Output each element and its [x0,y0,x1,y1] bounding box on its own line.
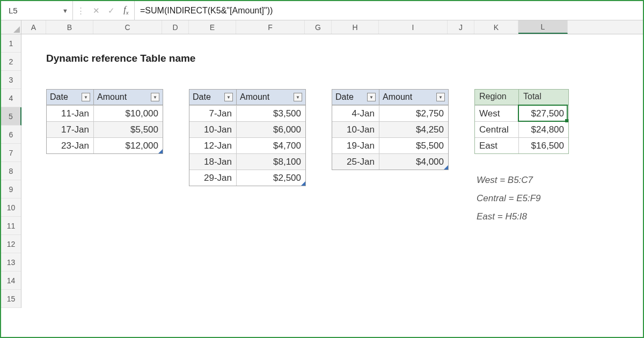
table-header-amount[interactable]: Amount▼ [94,90,163,105]
confirm-icon[interactable]: ✓ [106,6,116,16]
cell-date[interactable]: 23-Jan [47,137,94,153]
row-header-13[interactable]: 13 [1,253,21,271]
row-header-2[interactable]: 2 [1,53,21,71]
table-row: 10-Jan$4,250 [332,121,448,137]
table-row: 12-Jan$4,700 [189,137,305,153]
cell-region[interactable]: West [475,105,519,121]
row-header-15[interactable]: 15 [1,290,21,308]
column-header-E[interactable]: E [189,20,236,34]
formula-bar-buttons: ✕ ✓ fx [88,1,135,20]
row-header-11[interactable]: 11 [1,217,21,235]
cell-total[interactable]: $24,800 [519,121,568,137]
filter-dropdown-icon[interactable]: ▼ [436,93,445,101]
row-header-10[interactable]: 10 [1,199,21,217]
cell-amount[interactable]: $5,500 [94,121,163,137]
summary-row: Central$24,800 [475,121,568,137]
table-row: 17-Jan$5,500 [47,121,163,137]
row-header-9[interactable]: 9 [1,180,21,199]
cell-amount[interactable]: $4,700 [237,137,305,153]
name-box[interactable]: L5 ▼ [4,1,73,20]
grid[interactable]: Dynamic reference Table name Date▼ Amoun… [21,34,643,337]
row-header-4[interactable]: 4 [1,89,21,107]
table-header-amount[interactable]: Amount▼ [379,90,448,105]
row-header-5[interactable]: 5 [1,107,21,126]
note-central: Central = E5:F9 [477,193,541,204]
cell-amount[interactable]: $6,000 [237,121,305,137]
column-header-C[interactable]: C [93,20,162,34]
table-header-date[interactable]: Date▼ [332,90,379,105]
table-resize-handle[interactable] [158,149,163,153]
table-resize-handle[interactable] [301,181,305,186]
column-headers: ABCDEFGHIJKL [1,20,643,34]
page-title: Dynamic reference Table name [46,53,195,64]
table-row: 18-Jan$8,100 [189,153,305,170]
column-header-K[interactable]: K [474,20,518,34]
cell-amount[interactable]: $2,750 [379,105,448,121]
worksheet: ABCDEFGHIJKL 123456789101112131415 Dynam… [1,20,643,337]
cell-amount[interactable]: $12,000 [94,137,163,153]
column-header-G[interactable]: G [305,20,332,34]
formula-bar: L5 ▼ ⋮ ✕ ✓ fx =SUM(INDIRECT(K5&"[Amount]… [1,1,643,20]
table-header-date[interactable]: Date▼ [189,90,237,105]
column-header-J[interactable]: J [448,20,474,34]
column-header-L[interactable]: L [518,20,568,34]
row-header-6[interactable]: 6 [1,126,21,144]
filter-dropdown-icon[interactable]: ▼ [367,93,376,101]
row-header-12[interactable]: 12 [1,235,21,253]
cell-amount[interactable]: $5,500 [379,137,448,153]
cell-total[interactable]: $27,500 [519,105,568,121]
cell-date[interactable]: 29-Jan [189,170,237,186]
column-header-A[interactable]: A [21,20,46,34]
table-header-date[interactable]: Date▼ [47,90,94,105]
table-row: 11-Jan$10,000 [47,105,163,121]
cell-date[interactable]: 17-Jan [47,121,94,137]
column-header-F[interactable]: F [236,20,305,34]
cell-region[interactable]: Central [475,121,519,137]
filter-dropdown-icon[interactable]: ▼ [294,93,302,101]
cell-date[interactable]: 10-Jan [332,121,379,137]
filter-dropdown-icon[interactable]: ▼ [82,93,90,101]
row-header-3[interactable]: 3 [1,71,21,89]
cell-amount[interactable]: $8,100 [237,153,305,170]
row-header-1[interactable]: 1 [1,34,21,53]
cell-total[interactable]: $16,500 [519,137,568,153]
cell-date[interactable]: 25-Jan [332,153,379,170]
cell-region[interactable]: East [475,137,519,153]
column-header-B[interactable]: B [46,20,93,34]
filter-dropdown-icon[interactable]: ▼ [224,93,233,101]
row-header-7[interactable]: 7 [1,144,21,162]
cell-date[interactable]: 4-Jan [332,105,379,121]
note-east: East = H5:I8 [477,211,527,222]
column-header-I[interactable]: I [379,20,448,34]
cell-amount[interactable]: $2,500 [237,170,305,186]
cell-date[interactable]: 18-Jan [189,153,237,170]
table-row: 23-Jan$12,000 [47,137,163,153]
formula-input[interactable]: =SUM(INDIRECT(K5&"[Amount]")) [135,1,643,20]
row-header-8[interactable]: 8 [1,162,21,180]
cell-layer: Dynamic reference Table name Date▼ Amoun… [21,34,643,337]
formula-text: =SUM(INDIRECT(K5&"[Amount]")) [140,6,273,16]
cancel-icon[interactable]: ✕ [91,6,101,16]
cell-date[interactable]: 10-Jan [189,121,237,137]
row-header-14[interactable]: 14 [1,271,21,290]
table-row: 19-Jan$5,500 [332,137,448,153]
cell-date[interactable]: 7-Jan [189,105,237,121]
cell-amount[interactable]: $3,500 [237,105,305,121]
column-header-H[interactable]: H [332,20,379,34]
table-header-amount[interactable]: Amount▼ [237,90,305,105]
cell-amount[interactable]: $4,250 [379,121,448,137]
data-table-west: Date▼ Amount▼ 11-Jan$10,00017-Jan$5,5002… [46,89,163,154]
cell-date[interactable]: 12-Jan [189,137,237,153]
data-table-central: Date▼ Amount▼ 7-Jan$3,50010-Jan$6,00012-… [189,89,306,186]
table-resize-handle[interactable] [444,165,448,170]
cell-date[interactable]: 11-Jan [47,105,94,121]
select-all-corner[interactable] [1,20,21,34]
cell-amount[interactable]: $4,000 [379,153,448,170]
column-header-D[interactable]: D [162,20,189,34]
name-box-value: L5 [9,6,18,15]
fx-icon[interactable]: fx [121,5,131,16]
summary-header-total: Total [519,90,568,105]
cell-amount[interactable]: $10,000 [94,105,163,121]
filter-dropdown-icon[interactable]: ▼ [151,93,159,101]
cell-date[interactable]: 19-Jan [332,137,379,153]
